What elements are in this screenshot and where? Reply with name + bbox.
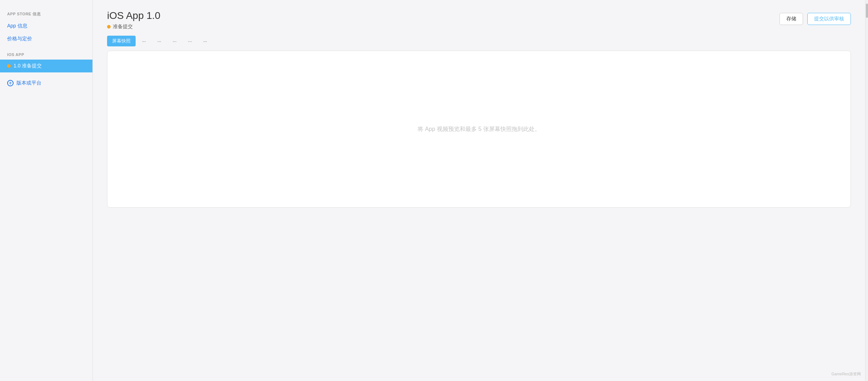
sidebar-section-appstore: APP STORE 信息: [0, 11, 92, 20]
status-dot: [107, 25, 111, 29]
version-status-dot: [7, 64, 11, 68]
status-text: 准备提交: [113, 24, 133, 30]
main-content: iOS App 1.0 准备提交 存储 提交以供审核 屏幕快照 ··· ··· …: [93, 0, 865, 381]
tab-2[interactable]: ···: [137, 36, 151, 46]
upload-hint-text: 将 App 视频预览和最多 5 张屏幕快照拖到此处。: [418, 126, 540, 133]
sidebar-item-version-active[interactable]: 1.0 准备提交: [0, 60, 92, 72]
scrollbar-thumb[interactable]: [866, 4, 868, 18]
page-title: iOS App 1.0: [107, 10, 160, 21]
tab-3[interactable]: ···: [152, 36, 166, 46]
save-button[interactable]: 存储: [779, 13, 803, 25]
tab-screenshots[interactable]: 屏幕快照: [107, 36, 136, 46]
tab-bar: 屏幕快照 ··· ··· ··· ··· ···: [93, 36, 865, 46]
sidebar-section-ios: iOS APP: [0, 52, 92, 60]
main-content-area: 将 App 视频预览和最多 5 张屏幕快照拖到此处。: [93, 51, 865, 381]
sidebar: APP STORE 信息 App 信息 价格与定价 iOS APP 1.0 准备…: [0, 0, 93, 381]
tab-5[interactable]: ···: [183, 36, 197, 46]
upload-drop-zone[interactable]: 将 App 视频预览和最多 5 张屏幕快照拖到此处。: [107, 51, 851, 208]
submit-button[interactable]: 提交以供审核: [807, 13, 851, 25]
page-header: iOS App 1.0 准备提交 存储 提交以供审核: [93, 0, 865, 36]
sidebar-item-pricing[interactable]: 价格与定价: [0, 32, 92, 45]
tab-4[interactable]: ···: [168, 36, 182, 46]
sidebar-item-appinfo[interactable]: App 信息: [0, 20, 92, 32]
right-scrollbar[interactable]: [865, 0, 868, 381]
header-actions: 存储 提交以供审核: [779, 13, 851, 25]
status-row: 准备提交: [107, 24, 160, 30]
add-version-label: 版本或平台: [16, 80, 41, 86]
sidebar-add-version[interactable]: + 版本或平台: [0, 77, 92, 90]
add-version-icon: +: [7, 80, 14, 86]
header-left: iOS App 1.0 准备提交: [107, 10, 160, 30]
tab-6[interactable]: ···: [198, 36, 212, 46]
sidebar-active-label: 1.0 准备提交: [14, 63, 42, 69]
